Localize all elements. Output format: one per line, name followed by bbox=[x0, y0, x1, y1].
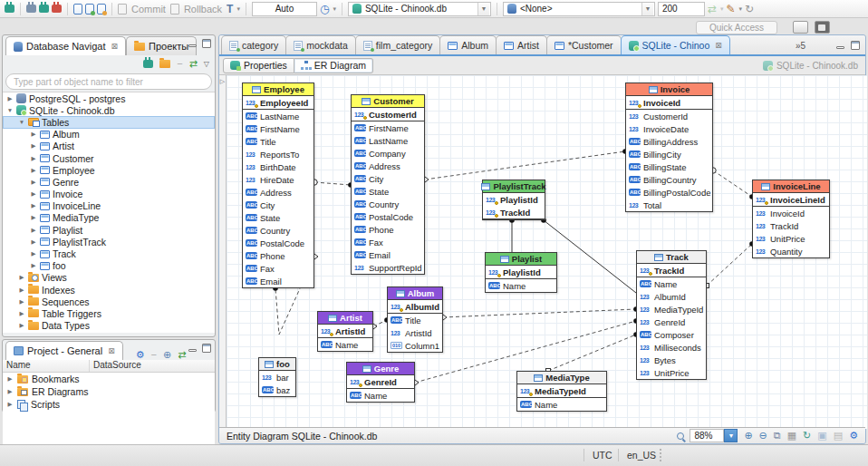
collapsed-arrow-icon[interactable]: ▶ bbox=[6, 388, 14, 395]
entity-column-trackid[interactable]: 123TrackId bbox=[753, 219, 829, 232]
tree-item-table-triggers[interactable]: ▶Table Triggers bbox=[3, 307, 215, 319]
entity-track[interactable]: Track123TrackIdABCName123AlbumId123Media… bbox=[636, 250, 707, 380]
entity-column-postalcode[interactable]: ABCPostalCode bbox=[243, 237, 313, 249]
entity-column-lastname[interactable]: ABCLastName bbox=[352, 134, 424, 147]
collapsed-arrow-icon[interactable]: ▶ bbox=[30, 167, 37, 174]
entity-column-customerid[interactable]: 123CustomerId bbox=[626, 110, 712, 122]
zoom-dropdown-icon[interactable]: ▼ bbox=[724, 429, 738, 442]
tab-er-diagram[interactable]: ER Diagram bbox=[294, 58, 373, 73]
tree-item-views[interactable]: ▶Views bbox=[3, 272, 215, 284]
link-with-editor-icon[interactable]: ⇄ bbox=[178, 350, 186, 360]
connect-icon[interactable] bbox=[26, 5, 36, 13]
tree-item-sequences[interactable]: ▶Sequences bbox=[3, 296, 215, 307]
entity-column-country[interactable]: ABCCountry bbox=[243, 224, 313, 237]
new-connection-icon[interactable] bbox=[143, 60, 153, 68]
zoom-out-icon[interactable]: ⊖ bbox=[759, 431, 767, 441]
entity-column-bytes[interactable]: 123Bytes bbox=[637, 354, 706, 366]
zoom-in-icon[interactable]: ⊕ bbox=[744, 431, 752, 441]
entity-column-invoicedate[interactable]: 123InvoiceDate bbox=[626, 122, 712, 135]
edit-mode-icon[interactable]: ✎ bbox=[727, 4, 736, 15]
entity-header[interactable]: Employee bbox=[243, 83, 313, 96]
entity-column-firstname[interactable]: ABCFirstName bbox=[243, 122, 313, 135]
tree-item-mediatype[interactable]: ▶MediaType bbox=[3, 212, 215, 224]
entity-column-firstname[interactable]: ABCFirstName bbox=[352, 121, 424, 134]
entity-column-composer[interactable]: ABCComposer bbox=[637, 328, 706, 341]
entity-column-fax[interactable]: ABCFax bbox=[243, 262, 313, 275]
tree-item-foo[interactable]: ▶foo bbox=[3, 260, 215, 272]
quick-access-input[interactable]: Quick Access bbox=[696, 21, 777, 34]
locale-indicator[interactable]: en_US bbox=[620, 449, 663, 461]
editor-tab-customer[interactable]: *Customer bbox=[546, 35, 622, 54]
tree-item-data-types[interactable]: ▶Data Types bbox=[3, 320, 215, 332]
collapsed-arrow-icon[interactable]: ▶ bbox=[30, 155, 37, 162]
entity-column-phone[interactable]: ABCPhone bbox=[243, 249, 313, 262]
view-menu-icon[interactable]: ▽ bbox=[204, 61, 209, 68]
entity-column-invoiceid[interactable]: 123InvoiceId bbox=[626, 96, 712, 109]
entity-column-artistid[interactable]: 123ArtistId bbox=[388, 326, 442, 339]
entity-column-trackid[interactable]: 123TrackId bbox=[483, 206, 545, 218]
active-connection-combo[interactable]: SQLite - Chinook.db ▼ bbox=[348, 2, 491, 16]
maximize-icon[interactable] bbox=[202, 344, 211, 353]
entity-column-name[interactable]: ABCName bbox=[347, 389, 414, 402]
collapsed-arrow-icon[interactable]: ▶ bbox=[6, 95, 14, 102]
transaction-filter-icon[interactable]: T bbox=[227, 3, 233, 15]
collapsed-arrow-icon[interactable]: ▶ bbox=[30, 238, 37, 246]
expanded-arrow-icon[interactable]: ▼ bbox=[6, 107, 14, 113]
collapsed-arrow-icon[interactable]: ▶ bbox=[6, 375, 14, 383]
entity-album[interactable]: Album123AlbumIdABCTitle123ArtistId010Col… bbox=[387, 286, 443, 353]
entity-header[interactable]: Track bbox=[637, 251, 706, 264]
collapsed-arrow-icon[interactable]: ▶ bbox=[6, 401, 14, 408]
entity-column-lastname[interactable]: ABCLastName bbox=[243, 110, 313, 122]
entity-column-playlistid[interactable]: 123PlaylistId bbox=[483, 193, 545, 206]
editor-tab-film-category[interactable]: film_category bbox=[355, 35, 440, 54]
minimize-icon[interactable] bbox=[188, 44, 197, 47]
entity-column-email[interactable]: ABCEmail bbox=[352, 248, 424, 261]
close-icon[interactable]: ⊠ bbox=[715, 41, 722, 50]
entity-column-fax[interactable]: ABCFax bbox=[352, 236, 424, 248]
disconnect-icon[interactable] bbox=[52, 5, 62, 13]
navigator-filter-input[interactable] bbox=[5, 73, 212, 90]
entity-mediatype[interactable]: MediaType123MediaTypeIdABCName bbox=[516, 371, 607, 412]
entity-header[interactable]: Genre bbox=[347, 363, 414, 375]
entity-column-milliseconds[interactable]: 123Milliseconds bbox=[637, 341, 706, 354]
entity-column-name[interactable]: ABCName bbox=[637, 277, 706, 290]
relation-playlisttrack-track[interactable] bbox=[544, 220, 636, 293]
commit-icon[interactable] bbox=[118, 4, 127, 15]
entity-column-state[interactable]: ABCState bbox=[352, 185, 424, 198]
tree-item-sqlite-chinook-db[interactable]: ▼SQLite - Chinook.db bbox=[3, 104, 215, 116]
close-icon[interactable]: ⊠ bbox=[111, 42, 118, 51]
link-with-editor-icon[interactable]: ⇄ bbox=[189, 59, 198, 69]
zoom-level-combo[interactable]: 88% ▼ bbox=[690, 429, 738, 442]
fetch-size-input[interactable]: 200 bbox=[658, 2, 705, 16]
minimize-icon[interactable] bbox=[836, 46, 844, 49]
entity-column-unitprice[interactable]: 123UnitPrice bbox=[753, 232, 829, 245]
maximize-icon[interactable] bbox=[202, 39, 211, 48]
refresh-diagram-icon[interactable]: ↻ bbox=[803, 431, 811, 441]
entity-column-bar[interactable]: 123bar bbox=[259, 371, 295, 383]
collapsed-arrow-icon[interactable]: ▶ bbox=[18, 322, 25, 329]
entity-column-reportsto[interactable]: 123ReportsTo bbox=[243, 148, 313, 160]
close-icon[interactable]: ⊠ bbox=[108, 346, 115, 355]
entity-column-city[interactable]: ABCCity bbox=[243, 199, 313, 211]
collapsed-arrow-icon[interactable]: ▶ bbox=[18, 286, 25, 294]
relation-invoiceline-invoice[interactable] bbox=[713, 170, 752, 197]
entity-column-phone[interactable]: ABCPhone bbox=[352, 223, 424, 236]
entity-column-billingpostalcode[interactable]: ABCBillingPostalCode bbox=[626, 186, 712, 199]
entity-column-mediatypeid[interactable]: 123MediaTypeId bbox=[637, 303, 706, 316]
rollback-button[interactable]: Rollback bbox=[184, 4, 222, 15]
entity-column-billingcity[interactable]: ABCBillingCity bbox=[626, 148, 712, 160]
expand-icon[interactable]: ⊕ bbox=[163, 350, 171, 360]
entity-header[interactable]: foo bbox=[259, 358, 295, 371]
link-editors-icon[interactable]: ⇄ bbox=[708, 4, 717, 15]
search-icon[interactable] bbox=[677, 432, 684, 440]
new-sql-editor-icon[interactable] bbox=[85, 4, 94, 15]
entity-column-address[interactable]: ABCAddress bbox=[352, 160, 424, 172]
entity-column-albumid[interactable]: 123AlbumId bbox=[637, 290, 706, 303]
relation-customer-employee[interactable] bbox=[314, 182, 351, 185]
maximize-icon[interactable] bbox=[851, 41, 860, 50]
entity-column-company[interactable]: ABCCompany bbox=[352, 147, 424, 160]
transaction-log-dropdown-icon[interactable]: ▾ bbox=[333, 5, 336, 13]
entity-column-baz[interactable]: ABCbaz bbox=[259, 383, 295, 396]
filter-dropdown-icon[interactable]: ▾ bbox=[236, 5, 240, 13]
dbeaver-perspective-icon[interactable] bbox=[815, 21, 830, 34]
